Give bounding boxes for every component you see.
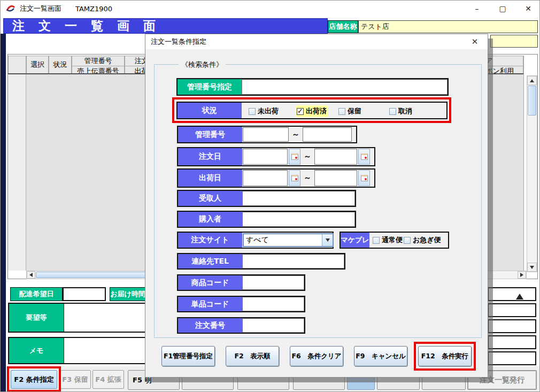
range-tilde: ～: [289, 127, 302, 142]
scroll-down-button[interactable]: [527, 263, 537, 272]
calendar-button[interactable]: [289, 149, 300, 165]
manage-no-to-input[interactable]: [303, 127, 352, 142]
right-field-3[interactable]: [488, 319, 536, 333]
order-no-input[interactable]: [242, 318, 304, 333]
checkbox-unshipped[interactable]: 未出荷: [248, 105, 280, 117]
left-arrow-icon: [29, 273, 33, 277]
column-header-manageno[interactable]: 管理番号 売上伝票番号: [72, 56, 125, 74]
status-options: 未出荷 出荷済 保留 取消: [242, 103, 446, 118]
order-site-label: 注文サイト: [178, 233, 242, 248]
search-condition-title: 《検索条件》: [179, 60, 226, 70]
checkbox-icon: [249, 108, 256, 115]
order-site-row: 注文サイト すべて: [177, 232, 334, 249]
buyer-input[interactable]: [242, 212, 355, 227]
memo-row: メモ: [8, 337, 146, 364]
memo-field[interactable]: [64, 338, 145, 363]
manage-no-label: 管理番号: [178, 127, 242, 142]
calendar-icon: [291, 175, 298, 181]
checkbox-icon: [389, 108, 396, 115]
item-code-input[interactable]: [242, 275, 304, 290]
f9-cancel-button[interactable]: F9 キャンセル: [354, 346, 407, 366]
order-site-dropdown[interactable]: すべて: [243, 233, 334, 247]
up-arrow-icon: [530, 79, 534, 82]
table-corner-cell: [8, 56, 26, 74]
window-title: 注文一覧画面: [20, 4, 61, 13]
maximize-button[interactable]: ▢: [490, 1, 515, 17]
dialog-close-button[interactable]: ✕: [464, 34, 485, 49]
minimize-button[interactable]: –: [465, 1, 489, 17]
scroll-up-button[interactable]: [527, 76, 537, 85]
close-button[interactable]: ✕: [516, 1, 540, 17]
order-date-from-input[interactable]: [243, 149, 288, 165]
checkbox-hold[interactable]: 保留: [337, 105, 362, 117]
calendar-button[interactable]: [358, 170, 370, 186]
calendar-icon: [361, 153, 368, 160]
request-label: 要望等: [9, 304, 64, 332]
checkbox-cancel[interactable]: 取消: [388, 105, 413, 117]
manage-no-spec-row: 管理番号指定: [176, 78, 449, 96]
manage-no-spec-input[interactable]: [242, 79, 448, 95]
right-field-5[interactable]: [488, 351, 536, 365]
vertical-scroll-thumb[interactable]: [528, 86, 536, 116]
app-logo-icon: [6, 4, 16, 13]
calendar-button[interactable]: [358, 149, 370, 165]
unit-code-input[interactable]: [242, 297, 304, 311]
right-field-2[interactable]: [488, 303, 536, 317]
delivery-date-field[interactable]: [63, 287, 106, 301]
receiver-input[interactable]: [242, 191, 355, 206]
checkbox-express-delivery[interactable]: お急ぎ便: [403, 234, 442, 246]
tel-row: 連絡先TEL: [177, 253, 345, 270]
manage-no-row: 管理番号 ～: [177, 126, 357, 143]
down-arrow-icon: [530, 266, 534, 269]
buyer-label: 購入者: [178, 212, 242, 227]
calendar-button[interactable]: [289, 170, 300, 186]
delivery-date-label: 配達希望日: [10, 287, 63, 301]
checkbox-normal-delivery[interactable]: 通常便: [372, 234, 404, 246]
calendar-icon: [291, 153, 298, 160]
order-site-value: すべて: [244, 234, 322, 246]
f1-manage-no-spec-button[interactable]: F1管理番号指定: [161, 346, 215, 366]
f4-extend-button[interactable]: F4 拡張: [92, 370, 124, 389]
f6-clear-condition-button[interactable]: F6 条件クリア: [290, 346, 343, 366]
order-date-to-input[interactable]: [314, 149, 357, 165]
app-window: 注文一覧画面 TAMZ1900 – ▢ ✕ 注 文 一 覧 画 面 店舗名称 テ…: [0, 0, 540, 392]
f3-hold-button[interactable]: F3 保留: [59, 370, 91, 389]
f12-execute-button[interactable]: F12 条件実行: [418, 346, 472, 366]
unit-code-row: 単品コード: [177, 296, 305, 312]
range-tilde: ～: [301, 170, 314, 187]
store-name-field: テスト店: [358, 20, 538, 33]
column-header-status[interactable]: 状況: [49, 56, 72, 74]
manage-no-spec-label: 管理番号指定: [178, 79, 242, 95]
scroll-right-button[interactable]: [518, 271, 526, 279]
tel-input[interactable]: [242, 254, 344, 268]
item-code-row: 商品コード: [177, 274, 305, 291]
dropdown-arrow-button[interactable]: [322, 234, 333, 246]
scroll-left-button[interactable]: [27, 271, 35, 279]
order-date-label: 注文日: [178, 148, 242, 165]
manage-no-from-input[interactable]: [243, 127, 289, 142]
receiver-label: 受取人: [178, 191, 242, 206]
column-header-select[interactable]: 選択: [26, 56, 49, 74]
checkbox-icon: [338, 108, 345, 115]
marketplace-label: マケプレ: [341, 233, 369, 248]
item-code-label: 商品コード: [178, 275, 242, 290]
triangle-marker-icon: [516, 294, 523, 299]
right-field-1[interactable]: [488, 287, 536, 301]
f2-condition-button[interactable]: F2 条件指定: [11, 370, 57, 389]
checkbox-shipped[interactable]: 出荷済: [296, 105, 328, 117]
request-row: 要望等: [8, 303, 146, 333]
calendar-icon: [361, 175, 368, 181]
status-label: 状況: [178, 103, 242, 118]
window-titlebar: 注文一覧画面 TAMZ1900: [1, 1, 540, 17]
checkbox-icon: [404, 237, 411, 244]
vertical-scrollbar[interactable]: [527, 75, 537, 272]
ship-date-from-input[interactable]: [243, 170, 288, 186]
memo-label: メモ: [9, 338, 64, 363]
ship-date-to-input[interactable]: [314, 170, 357, 186]
request-field[interactable]: [64, 304, 145, 332]
checkbox-checked-icon: [297, 108, 304, 115]
left-background-strip: [1, 34, 6, 392]
secondary-yellow-field: [490, 35, 538, 48]
right-field-4[interactable]: [488, 335, 536, 349]
f2-display-order-button[interactable]: F2 表示順: [226, 346, 279, 366]
